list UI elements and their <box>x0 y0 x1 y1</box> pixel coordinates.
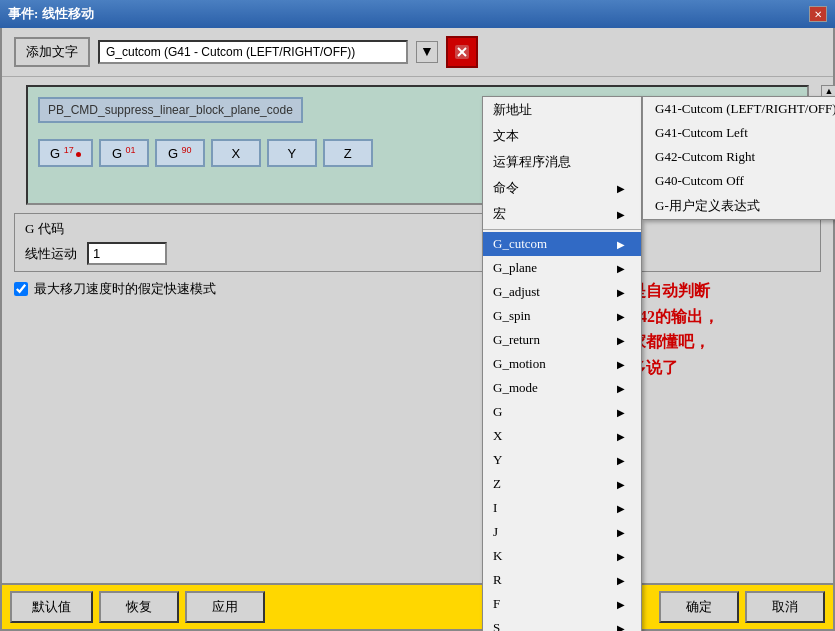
menu-item-g-spin[interactable]: G_spin ▶ <box>483 304 641 328</box>
menu-item-r[interactable]: R ▶ <box>483 568 641 592</box>
menu-item-f[interactable]: F ▶ <box>483 592 641 616</box>
restore-button[interactable]: 恢复 <box>99 591 179 623</box>
menu-separator-1 <box>483 229 641 230</box>
menu-item-g-motion[interactable]: G_motion ▶ <box>483 352 641 376</box>
main-window: 添加文字 ▼ PB_CMD_suppress_linear_block_plan… <box>0 28 835 631</box>
g-adjust-arrow-icon: ▶ <box>617 287 625 298</box>
g-mode-arrow-icon: ▶ <box>617 383 625 394</box>
r-arrow-icon: ▶ <box>617 575 625 586</box>
toolbar: 添加文字 ▼ <box>2 28 833 77</box>
menu-item-macro[interactable]: 宏 ▶ <box>483 201 641 227</box>
submenu-item-auto[interactable]: G41-Cutcom (LEFT/RIGHT/OFF) <box>643 97 835 121</box>
context-menu: 新地址 文本 运算程序消息 命令 ▶ 宏 ▶ G_cutcom ▶ G_plan… <box>482 96 642 631</box>
scroll-up-button[interactable]: ▲ <box>825 86 834 96</box>
g90-button[interactable]: G 90 <box>155 139 205 167</box>
menu-item-j[interactable]: J ▶ <box>483 520 641 544</box>
submenu-item-right[interactable]: G42-Cutcom Right <box>643 145 835 169</box>
formula-input[interactable] <box>98 40 408 64</box>
bottom-bar: 默认值 恢复 应用 确定 取消 <box>2 583 833 629</box>
menu-item-command[interactable]: 命令 ▶ <box>483 175 641 201</box>
y-arrow-icon: ▶ <box>617 455 625 466</box>
menu-item-y[interactable]: Y ▶ <box>483 448 641 472</box>
checkbox-label: 最大移刀速度时的假定快速模式 <box>34 280 216 298</box>
menu-item-text[interactable]: 文本 <box>483 123 641 149</box>
y-button[interactable]: Y <box>267 139 317 167</box>
k-arrow-icon: ▶ <box>617 551 625 562</box>
close-button[interactable]: ✕ <box>809 6 827 22</box>
bottom-left-buttons: 默认值 恢复 应用 <box>10 591 265 623</box>
g-return-arrow-icon: ▶ <box>617 335 625 346</box>
cancel-button[interactable]: 取消 <box>745 591 825 623</box>
f-arrow-icon: ▶ <box>617 599 625 610</box>
delete-icon <box>453 43 471 61</box>
dropdown-arrow-button[interactable]: ▼ <box>416 41 438 63</box>
menu-item-g-return[interactable]: G_return ▶ <box>483 328 641 352</box>
menu-item-g-adjust[interactable]: G_adjust ▶ <box>483 280 641 304</box>
menu-item-runtime-msg[interactable]: 运算程序消息 <box>483 149 641 175</box>
submenu-item-off[interactable]: G40-Cutcom Off <box>643 169 835 193</box>
menu-item-new-address[interactable]: 新地址 <box>483 97 641 123</box>
menu-item-s[interactable]: S ▶ <box>483 616 641 631</box>
j-arrow-icon: ▶ <box>617 527 625 538</box>
checkbox-row: 最大移刀速度时的假定快速模式 <box>14 280 821 298</box>
submenu-item-left[interactable]: G41-Cutcom Left <box>643 121 835 145</box>
g-code-row: 线性运动 <box>25 242 810 265</box>
i-arrow-icon: ▶ <box>617 503 625 514</box>
max-speed-checkbox[interactable] <box>14 282 28 296</box>
apply-button[interactable]: 应用 <box>185 591 265 623</box>
submenu-item-custom[interactable]: G-用户定义表达式 <box>643 193 835 219</box>
z-arrow-icon: ▶ <box>617 479 625 490</box>
menu-item-x[interactable]: X ▶ <box>483 424 641 448</box>
g-arrow-icon: ▶ <box>617 407 625 418</box>
g-plane-arrow-icon: ▶ <box>617 263 625 274</box>
window-title: 事件: 线性移动 <box>8 5 94 23</box>
s-arrow-icon: ▶ <box>617 623 625 632</box>
menu-item-g[interactable]: G ▶ <box>483 400 641 424</box>
menu-item-k[interactable]: K ▶ <box>483 544 641 568</box>
submenu: G41-Cutcom (LEFT/RIGHT/OFF) G41-Cutcom L… <box>642 96 835 220</box>
menu-item-z[interactable]: Z ▶ <box>483 472 641 496</box>
command-arrow-icon: ▶ <box>617 183 625 194</box>
x-arrow-icon: ▶ <box>617 431 625 442</box>
title-bar: 事件: 线性移动 ✕ <box>0 0 835 28</box>
macro-arrow-icon: ▶ <box>617 209 625 220</box>
confirm-button[interactable]: 确定 <box>659 591 739 623</box>
code-block-button[interactable]: PB_CMD_suppress_linear_block_plane_code <box>38 97 303 123</box>
title-bar-controls: ✕ <box>809 6 827 22</box>
menu-item-g-cutcom[interactable]: G_cutcom ▶ <box>483 232 641 256</box>
g-cutcom-arrow-icon: ▶ <box>617 239 625 250</box>
g-spin-arrow-icon: ▶ <box>617 311 625 322</box>
delete-button[interactable] <box>446 36 478 68</box>
default-button[interactable]: 默认值 <box>10 591 93 623</box>
menu-item-i[interactable]: I ▶ <box>483 496 641 520</box>
g-code-section: G 代码 线性运动 <box>14 213 821 272</box>
g-code-input[interactable] <box>87 242 167 265</box>
z-button[interactable]: Z <box>323 139 373 167</box>
g-motion-arrow-icon: ▶ <box>617 359 625 370</box>
menu-item-g-mode[interactable]: G_mode ▶ <box>483 376 641 400</box>
add-text-button[interactable]: 添加文字 <box>14 37 90 67</box>
g-code-title: G 代码 <box>25 220 810 238</box>
bottom-right-buttons: 确定 取消 <box>659 591 825 623</box>
g01-button[interactable]: G 01 <box>99 139 149 167</box>
g-code-label: 线性运动 <box>25 245 77 263</box>
menu-item-g-plane[interactable]: G_plane ▶ <box>483 256 641 280</box>
g17-button[interactable]: G 17 <box>38 139 93 167</box>
x-button[interactable]: X <box>211 139 261 167</box>
